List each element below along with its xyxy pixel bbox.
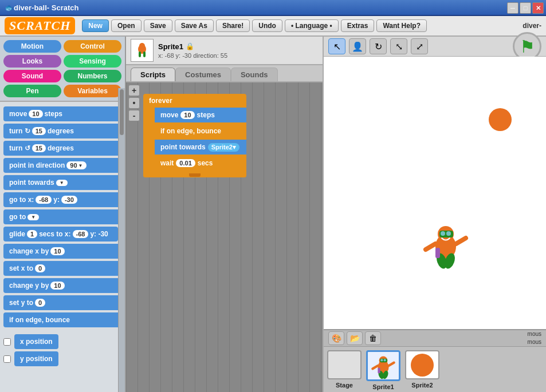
script-move-block[interactable]: move 10 steps [155, 108, 246, 122]
svg-point-1 [139, 43, 145, 49]
svg-rect-23 [378, 368, 380, 374]
blocks-list: move 10 steps turn ↻ 15 degrees turn ↺ 1… [0, 102, 125, 392]
save-button[interactable]: Save [144, 19, 172, 32]
mouse-position: mous mous [528, 330, 541, 346]
category-variables[interactable]: Variables [64, 85, 121, 97]
folder-tool-button[interactable]: 📂 [347, 331, 363, 345]
stage-canvas[interactable] [324, 57, 546, 329]
ball-preview [411, 354, 434, 377]
expand-tool-button[interactable]: ⤡ [390, 38, 407, 54]
zoom-reset-button[interactable]: • [128, 97, 140, 109]
block-x-position[interactable]: x position [3, 334, 121, 349]
category-looks[interactable]: Looks [3, 55, 61, 68]
window-title: diver-ball- Scratch [14, 3, 78, 12]
y-position-checkbox[interactable] [3, 355, 11, 363]
block-point-direction[interactable]: point in direction 90 [3, 158, 121, 173]
blocks-scrollbar[interactable] [118, 88, 125, 392]
shrink-tool-button[interactable]: ⤢ [411, 38, 428, 54]
block-go-to[interactable]: go to [3, 209, 121, 224]
zoom-in-button[interactable]: + [128, 85, 140, 96]
language-button[interactable]: • Language • [285, 19, 339, 32]
rotate-tool-button[interactable]: ↻ [370, 38, 387, 54]
block-set-y[interactable]: set y to 0 [3, 295, 121, 310]
tab-bar: Scripts Costumes Sounds [126, 65, 323, 82]
right-panel: ↖ 👤 ↻ ⤡ ⤢ ⚑ [323, 37, 546, 392]
zoom-out-button[interactable]: - [128, 110, 140, 121]
svg-rect-2 [139, 52, 141, 57]
script-wait-block[interactable]: wait 0.01 secs [155, 156, 246, 171]
undo-button[interactable]: Undo [252, 19, 282, 32]
person-tool-button[interactable]: 👤 [349, 38, 366, 54]
block-go-to-xy[interactable]: go to x: -68 y: -30 [3, 192, 121, 207]
x-position-checkbox[interactable] [3, 338, 11, 346]
block-glide[interactable]: glide 1 secs to x: -68 y: -30 [3, 227, 118, 241]
sprite-panel-buttons: 🎨 📂 🗑 [328, 331, 381, 345]
svg-rect-3 [143, 52, 146, 57]
block-change-x[interactable]: change x by 10 [3, 244, 121, 259]
tab-sounds[interactable]: Sounds [231, 68, 278, 81]
delete-tool-button[interactable]: 🗑 [365, 331, 381, 345]
stage-tools: ↖ 👤 ↻ ⤡ ⤢ [328, 38, 428, 54]
lock-icon: 🔒 [186, 42, 194, 50]
script-edge-block[interactable]: if on edge, bounce [155, 124, 246, 138]
stage-label: Stage [336, 382, 353, 389]
sprite2-label: Sprite2 [411, 382, 433, 389]
svg-line-10 [426, 244, 435, 250]
share-button[interactable]: Share! [216, 19, 250, 32]
block-move[interactable]: move 10 steps [3, 106, 121, 121]
category-control[interactable]: Control [64, 40, 121, 53]
category-numbers[interactable]: Numbers [64, 70, 121, 82]
flag-icon: ⚑ [520, 37, 535, 57]
open-button[interactable]: Open [111, 19, 142, 32]
scripts-area[interactable]: + • - forever move 10 steps [126, 82, 323, 392]
help-button[interactable]: Want Help? [376, 19, 427, 32]
close-button[interactable]: ✕ [532, 2, 544, 14]
extras-button[interactable]: Extras [341, 19, 375, 32]
category-motion[interactable]: Motion [3, 40, 61, 53]
sprite-item-sprite2[interactable]: Sprite2 [405, 350, 439, 389]
category-sound[interactable]: Sound [3, 70, 61, 82]
svg-point-17 [380, 359, 383, 361]
scratch-logo: SCRATCH [5, 17, 75, 34]
main-layout: Motion Control Looks Sensing Sound Numbe… [0, 37, 546, 392]
block-turn-ccw[interactable]: turn ↺ 15 degrees [3, 141, 121, 156]
title-icon: 🐟 [5, 3, 14, 12]
forever-block[interactable]: forever move 10 steps if on edge, bounce [143, 94, 246, 177]
block-y-position[interactable]: y position [3, 351, 121, 366]
block-change-y[interactable]: change y by 10 [3, 278, 121, 293]
svg-line-9 [456, 238, 466, 244]
stage-diver-sprite[interactable] [420, 218, 472, 272]
toolbar: SCRATCH New Open Save Save As Share! Und… [0, 16, 546, 37]
sprite-item-stage[interactable]: Stage [327, 350, 362, 389]
block-set-x[interactable]: set x to 0 [3, 261, 121, 276]
script-canvas: forever move 10 steps if on edge, bounce [143, 94, 246, 177]
title-bar: 🐟 diver-ball- Scratch ─ □ ✕ [0, 0, 546, 16]
scrollbar-thumb[interactable] [120, 89, 124, 135]
cursor-tool-button[interactable]: ↖ [328, 38, 345, 54]
left-panel: Motion Control Looks Sensing Sound Numbe… [0, 37, 126, 392]
paint-tool-button[interactable]: 🎨 [328, 331, 344, 345]
stage-ball-sprite[interactable] [489, 108, 512, 131]
block-if-edge[interactable]: if on edge, bounce [3, 312, 121, 327]
minimize-button[interactable]: ─ [507, 2, 518, 14]
forever-footer [143, 173, 246, 177]
category-sensing[interactable]: Sensing [64, 55, 121, 68]
forever-header-label: forever [143, 94, 246, 108]
maximize-button[interactable]: □ [520, 2, 531, 14]
diver-image [420, 218, 472, 270]
sprite-thumbnail [131, 39, 154, 62]
sprite-item-sprite1[interactable]: Sprite1 [366, 350, 400, 389]
new-button[interactable]: New [82, 19, 109, 32]
block-turn-cw[interactable]: turn ↻ 15 degrees [3, 124, 121, 138]
sprite1-thumbnail [366, 350, 400, 381]
tab-costumes[interactable]: Costumes [175, 68, 231, 81]
sprite-name-area: Sprite1 🔒 x: -68 y: -30 direction: 55 [158, 42, 227, 59]
category-pen[interactable]: Pen [3, 85, 61, 97]
svg-point-7 [441, 231, 445, 236]
stage-thumbnail [327, 350, 362, 379]
save-as-button[interactable]: Save As [175, 19, 214, 32]
script-point-block[interactable]: point towards Sprite2▾ [155, 140, 246, 155]
forever-notch [189, 173, 201, 177]
tab-scripts[interactable]: Scripts [131, 68, 175, 81]
block-point-towards[interactable]: point towards [3, 175, 121, 190]
